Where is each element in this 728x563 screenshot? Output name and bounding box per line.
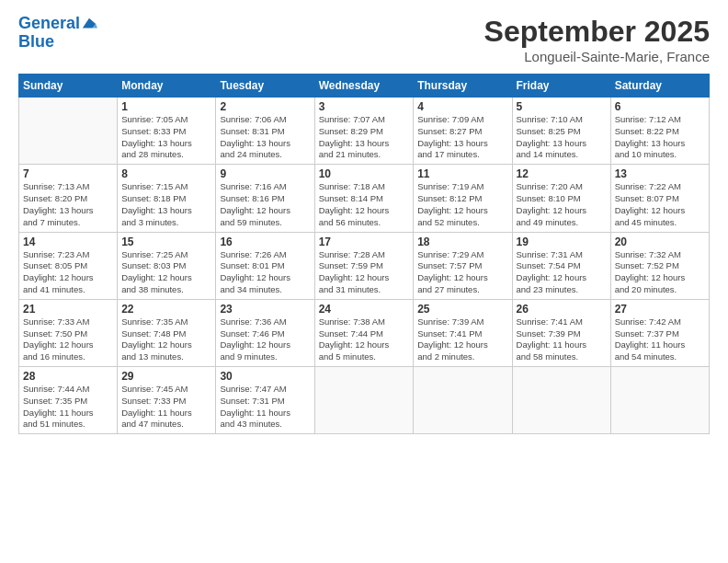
calendar-cell: 8Sunrise: 7:15 AM Sunset: 8:18 PM Daylig… bbox=[118, 165, 216, 232]
day-info: Sunrise: 7:39 AM Sunset: 7:41 PM Dayligh… bbox=[417, 316, 507, 363]
day-number: 24 bbox=[319, 303, 410, 316]
logo-blue-text: Blue bbox=[18, 33, 97, 52]
weekday-header-thursday: Thursday bbox=[414, 75, 512, 98]
day-number: 5 bbox=[517, 100, 607, 113]
day-number: 10 bbox=[319, 167, 410, 180]
weekday-header-row: SundayMondayTuesdayWednesdayThursdayFrid… bbox=[19, 75, 710, 98]
calendar-cell: 3Sunrise: 7:07 AM Sunset: 8:29 PM Daylig… bbox=[314, 98, 414, 165]
day-number: 15 bbox=[121, 236, 211, 248]
day-number: 2 bbox=[220, 100, 310, 113]
logo: General Blue bbox=[18, 15, 97, 52]
day-info: Sunrise: 7:32 AM Sunset: 7:52 PM Dayligh… bbox=[615, 249, 705, 296]
title-block: September 2025 Longueil-Sainte-Marie, Fr… bbox=[484, 15, 710, 64]
day-info: Sunrise: 7:23 AM Sunset: 8:05 PM Dayligh… bbox=[23, 249, 113, 296]
day-info: Sunrise: 7:06 AM Sunset: 8:31 PM Dayligh… bbox=[220, 114, 310, 161]
day-number: 6 bbox=[615, 100, 705, 113]
day-info: Sunrise: 7:10 AM Sunset: 8:25 PM Dayligh… bbox=[517, 114, 607, 161]
day-number: 22 bbox=[121, 303, 211, 316]
day-number: 8 bbox=[121, 167, 211, 180]
day-info: Sunrise: 7:19 AM Sunset: 8:12 PM Dayligh… bbox=[417, 181, 507, 228]
calendar-cell: 18Sunrise: 7:29 AM Sunset: 7:57 PM Dayli… bbox=[414, 232, 512, 299]
day-info: Sunrise: 7:29 AM Sunset: 7:57 PM Dayligh… bbox=[417, 249, 507, 296]
day-number: 25 bbox=[417, 303, 507, 316]
weekday-header-monday: Monday bbox=[118, 75, 216, 98]
logo-icon bbox=[81, 16, 97, 32]
calendar-cell: 10Sunrise: 7:18 AM Sunset: 8:14 PM Dayli… bbox=[314, 165, 414, 232]
day-number: 11 bbox=[417, 167, 507, 180]
day-info: Sunrise: 7:28 AM Sunset: 7:59 PM Dayligh… bbox=[319, 249, 410, 296]
calendar-cell: 17Sunrise: 7:28 AM Sunset: 7:59 PM Dayli… bbox=[314, 232, 414, 299]
calendar-cell: 12Sunrise: 7:20 AM Sunset: 8:10 PM Dayli… bbox=[512, 165, 610, 232]
day-number: 18 bbox=[417, 236, 507, 248]
week-row-2: 14Sunrise: 7:23 AM Sunset: 8:05 PM Dayli… bbox=[19, 232, 710, 299]
weekday-header-tuesday: Tuesday bbox=[216, 75, 314, 98]
header: General Blue September 2025 Longueil-Sai… bbox=[18, 15, 710, 64]
calendar-cell: 19Sunrise: 7:31 AM Sunset: 7:54 PM Dayli… bbox=[512, 232, 610, 299]
day-number: 26 bbox=[517, 303, 607, 316]
calendar-cell: 1Sunrise: 7:05 AM Sunset: 8:33 PM Daylig… bbox=[118, 98, 216, 165]
day-number: 16 bbox=[220, 236, 310, 248]
calendar-cell: 14Sunrise: 7:23 AM Sunset: 8:05 PM Dayli… bbox=[19, 232, 118, 299]
day-number: 19 bbox=[517, 236, 607, 248]
location-title: Longueil-Sainte-Marie, France bbox=[484, 49, 710, 64]
week-row-1: 7Sunrise: 7:13 AM Sunset: 8:20 PM Daylig… bbox=[19, 165, 710, 232]
day-info: Sunrise: 7:33 AM Sunset: 7:50 PM Dayligh… bbox=[23, 316, 113, 363]
day-info: Sunrise: 7:45 AM Sunset: 7:33 PM Dayligh… bbox=[121, 384, 211, 431]
calendar-cell bbox=[512, 367, 610, 434]
day-info: Sunrise: 7:05 AM Sunset: 8:33 PM Dayligh… bbox=[121, 114, 211, 161]
day-number: 13 bbox=[615, 167, 705, 180]
day-number: 27 bbox=[615, 303, 705, 316]
calendar-cell: 23Sunrise: 7:36 AM Sunset: 7:46 PM Dayli… bbox=[216, 299, 314, 366]
day-info: Sunrise: 7:18 AM Sunset: 8:14 PM Dayligh… bbox=[319, 181, 410, 228]
calendar-cell: 20Sunrise: 7:32 AM Sunset: 7:52 PM Dayli… bbox=[610, 232, 709, 299]
day-number: 9 bbox=[220, 167, 310, 180]
day-info: Sunrise: 7:36 AM Sunset: 7:46 PM Dayligh… bbox=[220, 316, 310, 363]
day-number: 29 bbox=[121, 370, 211, 383]
calendar-cell: 13Sunrise: 7:22 AM Sunset: 8:07 PM Dayli… bbox=[610, 165, 709, 232]
day-number: 28 bbox=[23, 370, 113, 383]
day-info: Sunrise: 7:31 AM Sunset: 7:54 PM Dayligh… bbox=[517, 249, 607, 296]
day-number: 21 bbox=[23, 303, 113, 316]
day-number: 17 bbox=[319, 236, 410, 248]
calendar-cell: 26Sunrise: 7:41 AM Sunset: 7:39 PM Dayli… bbox=[512, 299, 610, 366]
day-info: Sunrise: 7:13 AM Sunset: 8:20 PM Dayligh… bbox=[23, 181, 113, 228]
calendar-cell: 11Sunrise: 7:19 AM Sunset: 8:12 PM Dayli… bbox=[414, 165, 512, 232]
day-number: 20 bbox=[615, 236, 705, 248]
day-info: Sunrise: 7:16 AM Sunset: 8:16 PM Dayligh… bbox=[220, 181, 310, 228]
calendar-cell: 21Sunrise: 7:33 AM Sunset: 7:50 PM Dayli… bbox=[19, 299, 118, 366]
day-info: Sunrise: 7:35 AM Sunset: 7:48 PM Dayligh… bbox=[121, 316, 211, 363]
day-info: Sunrise: 7:15 AM Sunset: 8:18 PM Dayligh… bbox=[121, 181, 211, 228]
calendar-cell: 24Sunrise: 7:38 AM Sunset: 7:44 PM Dayli… bbox=[314, 299, 414, 366]
logo-text: General bbox=[18, 15, 80, 33]
day-number: 12 bbox=[517, 167, 607, 180]
weekday-header-saturday: Saturday bbox=[610, 75, 709, 98]
calendar-cell: 7Sunrise: 7:13 AM Sunset: 8:20 PM Daylig… bbox=[19, 165, 118, 232]
calendar-cell: 30Sunrise: 7:47 AM Sunset: 7:31 PM Dayli… bbox=[216, 367, 314, 434]
calendar-cell: 4Sunrise: 7:09 AM Sunset: 8:27 PM Daylig… bbox=[414, 98, 512, 165]
calendar-cell: 2Sunrise: 7:06 AM Sunset: 8:31 PM Daylig… bbox=[216, 98, 314, 165]
month-title: September 2025 bbox=[484, 15, 710, 49]
day-number: 14 bbox=[23, 236, 113, 248]
calendar-cell: 25Sunrise: 7:39 AM Sunset: 7:41 PM Dayli… bbox=[414, 299, 512, 366]
calendar-cell bbox=[610, 367, 709, 434]
day-info: Sunrise: 7:22 AM Sunset: 8:07 PM Dayligh… bbox=[615, 181, 705, 228]
day-number: 3 bbox=[319, 100, 410, 113]
calendar-cell bbox=[314, 367, 414, 434]
calendar-cell: 27Sunrise: 7:42 AM Sunset: 7:37 PM Dayli… bbox=[610, 299, 709, 366]
calendar-cell: 16Sunrise: 7:26 AM Sunset: 8:01 PM Dayli… bbox=[216, 232, 314, 299]
day-info: Sunrise: 7:25 AM Sunset: 8:03 PM Dayligh… bbox=[121, 249, 211, 296]
day-number: 30 bbox=[220, 370, 310, 383]
day-number: 1 bbox=[121, 100, 211, 113]
week-row-3: 21Sunrise: 7:33 AM Sunset: 7:50 PM Dayli… bbox=[19, 299, 710, 366]
day-info: Sunrise: 7:07 AM Sunset: 8:29 PM Dayligh… bbox=[319, 114, 410, 161]
week-row-0: 1Sunrise: 7:05 AM Sunset: 8:33 PM Daylig… bbox=[19, 98, 710, 165]
calendar-cell bbox=[414, 367, 512, 434]
day-info: Sunrise: 7:12 AM Sunset: 8:22 PM Dayligh… bbox=[615, 114, 705, 161]
day-info: Sunrise: 7:44 AM Sunset: 7:35 PM Dayligh… bbox=[23, 384, 113, 431]
calendar-cell: 9Sunrise: 7:16 AM Sunset: 8:16 PM Daylig… bbox=[216, 165, 314, 232]
weekday-header-sunday: Sunday bbox=[19, 75, 118, 98]
day-number: 4 bbox=[417, 100, 507, 113]
day-number: 23 bbox=[220, 303, 310, 316]
day-number: 7 bbox=[23, 167, 113, 180]
calendar-cell: 5Sunrise: 7:10 AM Sunset: 8:25 PM Daylig… bbox=[512, 98, 610, 165]
